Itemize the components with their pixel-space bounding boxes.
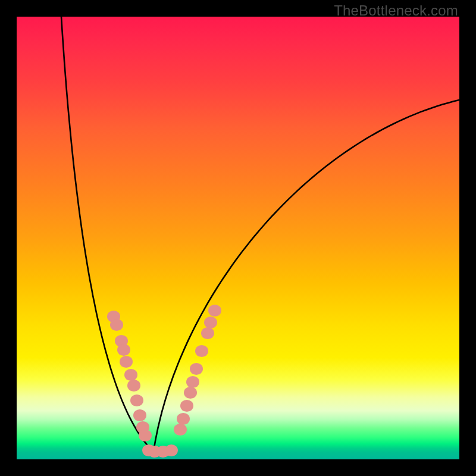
data-marker [133,409,146,421]
data-marker [184,387,197,399]
data-marker [130,394,143,406]
data-marker [204,317,217,328]
marker-group [107,305,221,458]
data-marker [177,413,190,425]
curve-svg [17,17,459,459]
data-marker [180,400,193,412]
outer-frame: TheBottleneck.com [0,0,476,476]
data-marker [110,319,123,331]
data-marker [127,380,140,392]
data-marker [208,305,221,317]
data-marker [186,376,199,388]
data-marker [124,369,137,381]
data-marker [117,344,130,356]
data-marker [195,345,208,357]
data-marker [120,356,133,368]
data-marker [201,327,214,339]
data-marker [174,424,187,436]
data-marker [139,430,152,441]
plot-area [17,17,459,459]
data-marker [190,363,203,375]
data-marker [165,444,178,456]
curve-right-branch [154,100,459,452]
